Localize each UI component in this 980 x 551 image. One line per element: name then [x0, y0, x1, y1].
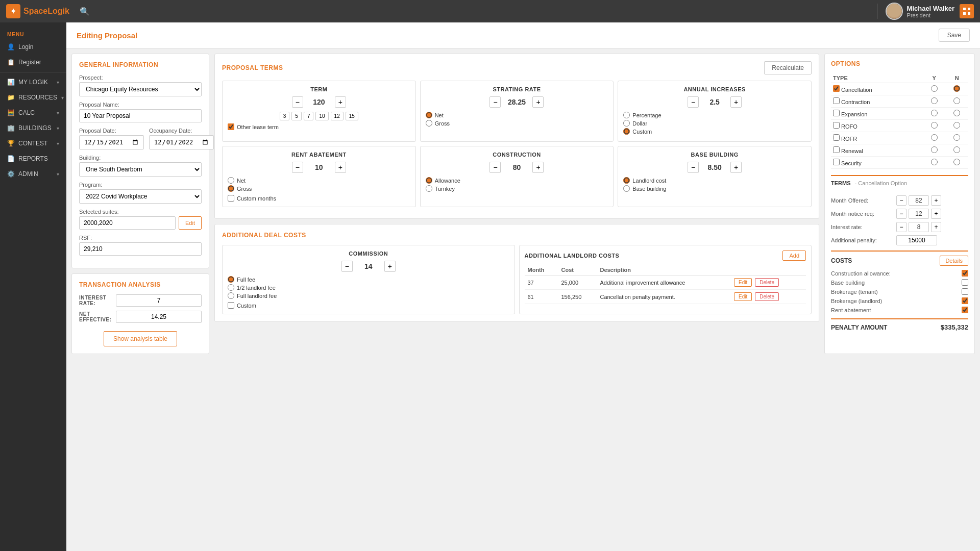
proposal-name-input[interactable]: [79, 109, 202, 122]
custom-radio[interactable]: [623, 128, 630, 135]
rofr-checkbox[interactable]: [833, 134, 840, 141]
sidebar-item-resources[interactable]: 📁 RESOURCES ▾: [0, 90, 66, 105]
commission-plus[interactable]: +: [384, 261, 396, 272]
term-plus-button[interactable]: +: [335, 96, 346, 108]
base-building-checkbox[interactable]: [962, 279, 968, 286]
sidebar-item-calc[interactable]: 🧮 CALC ▾: [0, 105, 66, 120]
edit-row-button[interactable]: Edit: [734, 278, 752, 287]
contraction-n-radio[interactable]: [953, 97, 960, 104]
sidebar-item-reports[interactable]: 📄 REPORTS: [0, 151, 66, 166]
proposal-date-input[interactable]: [79, 135, 144, 149]
base-building-minus[interactable]: −: [688, 162, 699, 173]
additional-penalty-input[interactable]: [896, 235, 937, 245]
suites-input[interactable]: [79, 216, 176, 230]
preset-12[interactable]: 12: [331, 112, 344, 120]
program-select[interactable]: 2022 Covid Workplace: [79, 189, 202, 204]
starting-rate-plus[interactable]: +: [532, 96, 544, 108]
abatement-minus[interactable]: −: [292, 162, 303, 173]
annual-minus[interactable]: −: [688, 96, 699, 108]
interest-rate-minus[interactable]: −: [896, 222, 906, 232]
cancellation-n-radio[interactable]: [953, 85, 960, 92]
percentage-radio[interactable]: [623, 112, 630, 118]
add-cost-button[interactable]: Add: [782, 251, 806, 261]
full-fee-radio[interactable]: [228, 276, 234, 283]
construction-minus[interactable]: −: [489, 162, 501, 173]
rofr-y-radio[interactable]: [931, 134, 938, 141]
base-building-radio[interactable]: [623, 185, 630, 192]
half-landlord-radio[interactable]: [228, 284, 234, 291]
construction-plus[interactable]: +: [532, 162, 544, 173]
rofo-n-radio[interactable]: [953, 122, 960, 129]
month-notice-plus[interactable]: +: [931, 209, 941, 219]
search-button[interactable]: 🔍: [80, 7, 90, 16]
rofo-y-radio[interactable]: [931, 122, 938, 129]
net-radio[interactable]: [426, 112, 432, 118]
interest-rate-plus[interactable]: +: [931, 222, 941, 232]
commission-custom-checkbox[interactable]: [228, 302, 234, 309]
preset-5[interactable]: 5: [291, 112, 302, 120]
preset-15[interactable]: 15: [346, 112, 358, 120]
expansion-y-radio[interactable]: [931, 110, 938, 116]
recalculate-button[interactable]: Recalculate: [764, 61, 812, 74]
net-effective-input[interactable]: [116, 311, 202, 323]
renewal-n-radio[interactable]: [953, 146, 960, 153]
sidebar-item-buildings[interactable]: 🏢 BUILDINGS ▾: [0, 120, 66, 136]
security-checkbox[interactable]: [833, 159, 840, 165]
preset-7[interactable]: 7: [304, 112, 314, 120]
term-minus-button[interactable]: −: [292, 96, 303, 108]
edit-row-button[interactable]: Edit: [734, 292, 752, 301]
grid-icon[interactable]: [960, 4, 974, 18]
allowance-radio[interactable]: [426, 177, 432, 184]
brokerage-tenant-checkbox[interactable]: [962, 288, 968, 295]
details-button[interactable]: Details: [940, 256, 968, 266]
turnkey-radio[interactable]: [426, 185, 432, 192]
month-offered-plus[interactable]: +: [931, 195, 941, 206]
sidebar-item-login[interactable]: 👤 Login: [0, 39, 66, 55]
security-y-radio[interactable]: [931, 159, 938, 165]
preset-3[interactable]: 3: [280, 112, 290, 120]
rofr-n-radio[interactable]: [953, 134, 960, 141]
building-select[interactable]: One South Dearborn: [79, 162, 202, 177]
preset-10[interactable]: 10: [315, 112, 328, 120]
dollar-radio[interactable]: [623, 120, 630, 127]
starting-rate-minus[interactable]: −: [489, 96, 501, 108]
contraction-checkbox[interactable]: [833, 97, 840, 104]
rsf-input[interactable]: [79, 242, 202, 256]
delete-row-button[interactable]: Delete: [755, 278, 779, 287]
sidebar-item-admin[interactable]: ⚙️ ADMIN ▾: [0, 166, 66, 182]
show-analysis-button[interactable]: Show analysis table: [104, 331, 177, 346]
annual-plus[interactable]: +: [730, 96, 742, 108]
save-button[interactable]: Save: [939, 29, 970, 42]
cancellation-y-radio[interactable]: [931, 85, 938, 92]
interest-rate-input[interactable]: [116, 294, 202, 307]
expansion-n-radio[interactable]: [953, 110, 960, 116]
abatement-net-radio[interactable]: [228, 177, 234, 184]
full-landlord-radio[interactable]: [228, 292, 234, 299]
logo[interactable]: ✦ SpaceLogik: [6, 4, 69, 18]
gross-radio[interactable]: [426, 120, 432, 127]
delete-row-button[interactable]: Delete: [755, 292, 779, 301]
base-building-plus[interactable]: +: [730, 162, 742, 173]
prospect-select[interactable]: Chicago Equity Resources: [79, 82, 202, 96]
other-lease-term-checkbox[interactable]: [228, 123, 234, 130]
contraction-y-radio[interactable]: [931, 97, 938, 104]
landlord-cost-radio[interactable]: [623, 177, 630, 184]
abatement-gross-radio[interactable]: [228, 185, 234, 192]
month-offered-minus[interactable]: −: [896, 195, 906, 206]
month-notice-minus[interactable]: −: [896, 209, 906, 219]
commission-minus[interactable]: −: [341, 261, 353, 272]
sidebar-item-mylogik[interactable]: 📊 MY LOGIK ▾: [0, 74, 66, 90]
expansion-checkbox[interactable]: [833, 110, 840, 116]
renewal-checkbox[interactable]: [833, 146, 840, 153]
custom-months-checkbox[interactable]: [228, 195, 234, 202]
sidebar-item-register[interactable]: 📋 Register: [0, 55, 66, 70]
occupancy-date-input[interactable]: [149, 135, 214, 149]
cancellation-checkbox[interactable]: [833, 85, 840, 92]
rofo-checkbox[interactable]: [833, 122, 840, 129]
sidebar-item-contest[interactable]: 🏆 CONTEST ▾: [0, 136, 66, 151]
abatement-plus[interactable]: +: [335, 162, 346, 173]
security-n-radio[interactable]: [953, 159, 960, 165]
construction-allowance-checkbox[interactable]: [962, 270, 968, 277]
rent-abatement-checkbox[interactable]: [962, 307, 968, 313]
brokerage-landlord-checkbox[interactable]: [962, 297, 968, 304]
